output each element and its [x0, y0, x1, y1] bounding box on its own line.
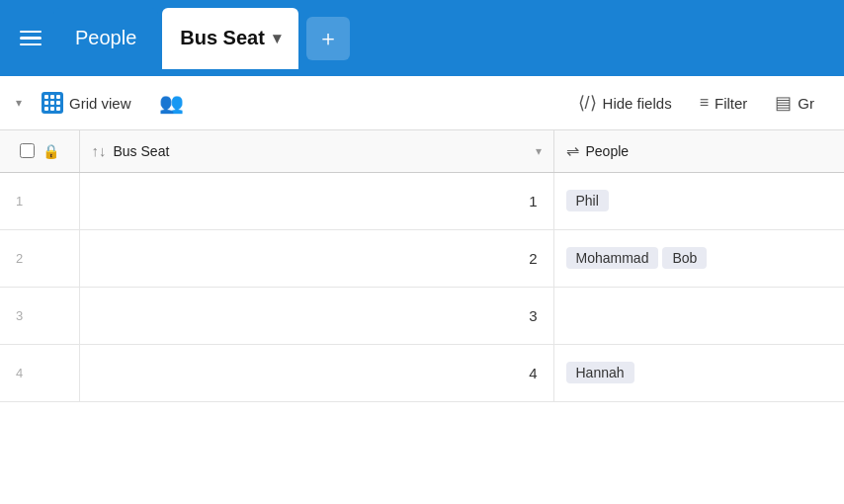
lock-icon: 🔒 — [42, 143, 59, 159]
group-icon: ▤ — [775, 92, 792, 114]
add-tab-button[interactable]: ＋ — [306, 17, 350, 60]
grid-view-icon — [42, 92, 63, 114]
busseat-column-header[interactable]: ↑↓ Bus Seat ▾ — [79, 130, 553, 172]
plus-icon: ＋ — [317, 24, 339, 53]
seat-number-cell[interactable]: 4 — [79, 344, 553, 401]
row-number-cell: 4 — [0, 344, 79, 401]
chevron-down-icon: ▾ — [273, 29, 281, 47]
hide-fields-icon: ⟨/⟩ — [578, 92, 597, 114]
tab-busseat-label: Bus Seat — [180, 27, 265, 49]
toolbar: ▾ Grid view 👥 ⟨/⟩ Hide fields ≡ Filter ▤… — [0, 76, 844, 130]
people-cell[interactable]: Phil — [553, 172, 844, 229]
people-header-label: People — [586, 143, 630, 159]
sort-icon: ↑↓ — [92, 142, 107, 159]
table-row: 44Hannah — [0, 344, 844, 401]
grid-view-button[interactable]: Grid view — [28, 86, 145, 120]
top-bar: People Bus Seat ▾ ＋ — [0, 0, 844, 76]
hide-fields-label: Hide fields — [603, 95, 672, 112]
row-number-cell: 3 — [0, 287, 79, 344]
row-number-cell: 2 — [0, 229, 79, 287]
filter-label: Filter — [715, 95, 747, 112]
people-cell[interactable] — [553, 287, 844, 344]
view-dropdown-chevron[interactable]: ▾ — [16, 96, 22, 110]
tab-busseat[interactable]: Bus Seat ▾ — [162, 8, 298, 69]
collaborators-icon: 👥 — [159, 91, 184, 115]
seat-number-cell[interactable]: 1 — [79, 172, 553, 229]
busseat-expand-icon: ▾ — [536, 144, 542, 158]
menu-button[interactable] — [12, 23, 49, 54]
people-cell[interactable]: Hannah — [553, 344, 844, 401]
collaborators-button[interactable]: 👥 — [145, 85, 198, 121]
group-button[interactable]: ▤ Gr — [761, 86, 828, 120]
row-number-cell: 1 — [0, 172, 79, 229]
person-tag[interactable]: Mohammad — [566, 247, 659, 269]
people-cell[interactable]: MohammadBob — [553, 229, 844, 287]
select-all-checkbox[interactable] — [20, 143, 35, 158]
table-row: 11Phil — [0, 172, 844, 229]
filter-button[interactable]: ≡ Filter — [686, 88, 762, 118]
hide-fields-button[interactable]: ⟨/⟩ Hide fields — [564, 86, 686, 120]
person-tag[interactable]: Phil — [566, 190, 609, 211]
filter-icon: ≡ — [700, 94, 709, 112]
people-column-header[interactable]: ⇌ People ▾ — [553, 130, 844, 172]
seat-number-cell[interactable]: 3 — [79, 287, 553, 344]
seat-number-cell[interactable]: 2 — [79, 229, 553, 287]
busseat-header-label: Bus Seat — [114, 143, 170, 159]
group-label: Gr — [798, 95, 814, 112]
table-row: 33 — [0, 287, 844, 344]
person-tag[interactable]: Hannah — [566, 362, 634, 383]
tab-people[interactable]: People — [53, 8, 158, 69]
data-table: 🔒 ↑↓ Bus Seat ▾ ⇌ People ▾ — [0, 130, 844, 402]
table-row: 22MohammadBob — [0, 229, 844, 287]
person-tag[interactable]: Bob — [662, 247, 707, 269]
grid-view-label: Grid view — [69, 95, 131, 112]
checkbox-header[interactable]: 🔒 — [0, 130, 79, 172]
table-container: 🔒 ↑↓ Bus Seat ▾ ⇌ People ▾ — [0, 130, 844, 504]
tab-people-label: People — [75, 27, 136, 49]
people-link-icon: ⇌ — [566, 141, 579, 160]
